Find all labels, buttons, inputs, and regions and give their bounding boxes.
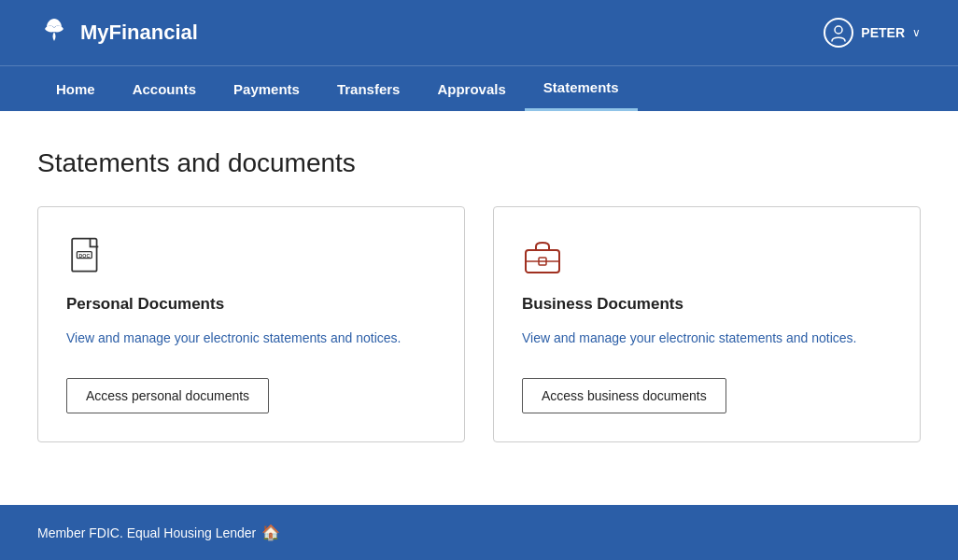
- nav-item-home[interactable]: Home: [37, 68, 114, 110]
- access-personal-documents-button[interactable]: Access personal documents: [66, 378, 269, 413]
- svg-text:DOC: DOC: [79, 253, 91, 259]
- personal-documents-description: View and manage your electronic statemen…: [66, 329, 436, 348]
- cards-container: DOC Personal Documents View and manage y…: [37, 206, 921, 442]
- nav-item-approvals[interactable]: Approvals: [418, 68, 524, 110]
- page-title: Statements and documents: [37, 148, 921, 178]
- footer: Member FDIC. Equal Housing Lender 🏠: [0, 505, 958, 560]
- user-area[interactable]: PETER ∨: [824, 18, 921, 48]
- business-documents-card: Business Documents View and manage your …: [493, 206, 921, 442]
- personal-documents-card: DOC Personal Documents View and manage y…: [37, 206, 465, 442]
- logo-icon: [37, 13, 71, 53]
- user-avatar-icon: [824, 18, 853, 48]
- access-business-documents-button[interactable]: Access business documents: [522, 378, 726, 413]
- user-name-label: PETER: [861, 25, 905, 40]
- nav-item-transfers[interactable]: Transfers: [318, 68, 419, 110]
- header: MyFinancial PETER ∨: [0, 0, 958, 65]
- main-content: Statements and documents DOC Personal Do…: [0, 111, 958, 505]
- business-documents-title: Business Documents: [522, 295, 892, 314]
- nav-item-statements[interactable]: Statements: [525, 66, 638, 111]
- briefcase-icon: [522, 235, 892, 280]
- nav-item-accounts[interactable]: Accounts: [114, 68, 215, 110]
- logo-area: MyFinancial: [37, 13, 198, 53]
- nav-item-payments[interactable]: Payments: [215, 68, 318, 110]
- business-documents-description: View and manage your electronic statemen…: [522, 329, 892, 348]
- svg-point-0: [835, 26, 842, 34]
- footer-text: Member FDIC. Equal Housing Lender: [37, 525, 256, 540]
- user-menu-chevron-icon: ∨: [912, 26, 921, 39]
- main-nav: Home Accounts Payments Transfers Approva…: [0, 65, 958, 111]
- equal-housing-icon: 🏠: [261, 524, 280, 541]
- doc-file-icon: DOC: [66, 235, 436, 280]
- app-name: MyFinancial: [80, 21, 198, 45]
- personal-documents-title: Personal Documents: [66, 295, 436, 314]
